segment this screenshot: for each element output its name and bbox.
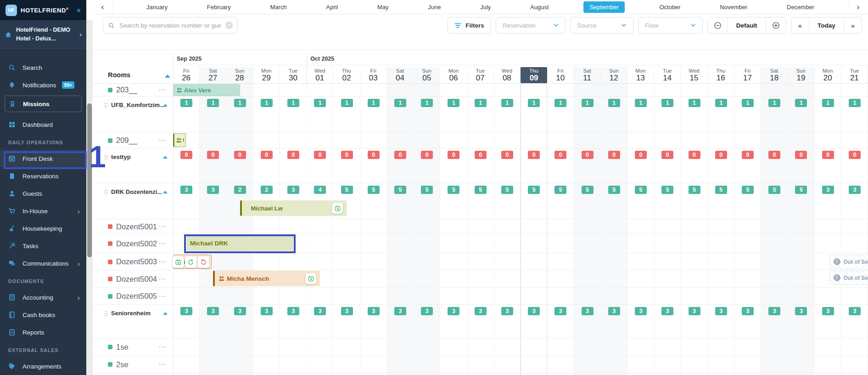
availability-badge[interactable]: 0 (261, 151, 273, 159)
availability-badge[interactable]: 3 (341, 307, 353, 315)
sidebar-item-dashboard[interactable]: Dashboard (0, 116, 86, 133)
availability-badge[interactable]: 3 (234, 307, 246, 315)
month-tab-january[interactable]: January (142, 2, 172, 12)
availability-badge[interactable]: 0 (635, 151, 647, 159)
day-header-fri-10[interactable]: Fri10 (547, 67, 574, 83)
availability-badge[interactable]: 1 (661, 99, 673, 107)
availability-badge[interactable]: 0 (475, 151, 487, 159)
availability-badge[interactable]: 0 (715, 151, 727, 159)
room-group-drk-dozentenzi[interactable]: DRK Dozentenzi... (93, 183, 173, 219)
availability-badge[interactable]: 3 (394, 307, 406, 315)
availability-badge[interactable]: 3 (261, 307, 273, 315)
availability-badge[interactable]: 1 (341, 99, 353, 107)
availability-badge[interactable]: 3 (822, 307, 834, 315)
availability-badge[interactable]: 3 (608, 307, 620, 315)
calendar-export-icon[interactable] (332, 203, 343, 214)
availability-badge[interactable]: 1 (501, 99, 513, 107)
search-clear-icon[interactable]: ✕ (225, 22, 233, 29)
availability-badge[interactable]: 1 (207, 99, 219, 107)
availability-badge[interactable]: 3 (849, 307, 861, 315)
day-header-fri-26[interactable]: Fri26 (173, 67, 200, 83)
sidebar-item-cash-books[interactable]: Cash books (0, 306, 86, 324)
sidebar-item-notifications[interactable]: Notifications99+ (0, 76, 86, 94)
reservation-bar-dozent5003-res[interactable]: ni (173, 255, 212, 269)
availability-badge[interactable]: 0 (795, 151, 807, 159)
month-tab-october[interactable]: October (655, 2, 685, 12)
room-row-203[interactable]: 203__··· (93, 83, 173, 97)
availability-badge[interactable]: 3 (715, 307, 727, 315)
availability-badge[interactable]: 3 (501, 307, 513, 315)
availability-badge[interactable]: 3 (795, 307, 807, 315)
zoom-out-button[interactable] (708, 17, 728, 33)
availability-badge[interactable]: 1 (849, 99, 861, 107)
availability-badge[interactable]: 5 (582, 186, 594, 194)
sidebar-item-reports[interactable]: Reports (0, 324, 86, 341)
day-header-mon-13[interactable]: Mon13 (627, 67, 654, 83)
room-row-1se[interactable]: 1se··· (93, 338, 173, 356)
availability-badge[interactable]: 3 (475, 307, 487, 315)
sidebar-item-communications[interactable]: Communications› (0, 255, 86, 272)
availability-badge[interactable]: 3 (207, 186, 219, 194)
history-icon[interactable] (197, 256, 209, 268)
filters-button[interactable]: Filters (448, 17, 491, 34)
availability-badge[interactable]: 0 (608, 151, 620, 159)
collapse-up-icon[interactable] (163, 312, 168, 315)
availability-badge[interactable]: 1 (421, 99, 433, 107)
availability-badge[interactable]: 0 (742, 151, 754, 159)
availability-badge[interactable]: 5 (368, 186, 380, 194)
day-header-fri-17[interactable]: Fri17 (734, 67, 761, 83)
availability-badge[interactable]: 1 (689, 99, 700, 107)
zoom-in-button[interactable] (766, 17, 786, 33)
availability-badge[interactable]: 3 (287, 186, 299, 194)
day-header-tue-14[interactable]: Tue14 (654, 67, 681, 83)
sidebar-item-missions[interactable]: Missions (5, 96, 82, 112)
availability-badge[interactable]: 5 (554, 186, 566, 194)
calendar-export-icon[interactable] (305, 273, 316, 284)
availability-badge[interactable]: 0 (849, 151, 861, 159)
room-more-icon[interactable]: ··· (159, 223, 167, 230)
availability-badge[interactable]: 1 (608, 99, 620, 107)
availability-badge[interactable]: 1 (528, 99, 540, 107)
source-dropdown[interactable]: Source (570, 17, 633, 34)
availability-badge[interactable]: 0 (180, 151, 192, 159)
availability-badge[interactable]: 1 (582, 99, 594, 107)
out-of-service-bar[interactable]: !Out of Se (829, 271, 868, 285)
sidebar-item-housekeeping[interactable]: Housekeeping (0, 220, 86, 237)
floor-dropdown[interactable]: Floor (638, 17, 703, 34)
availability-badge[interactable]: 1 (394, 99, 406, 107)
room-row-dozent5001[interactable]: Dozent5001··· (93, 219, 173, 234)
sidebar-item-search[interactable]: Search (0, 59, 86, 76)
reservation-bar-alex-vere[interactable]: Alex Vere (173, 84, 240, 96)
drag-handle-icon[interactable] (104, 311, 108, 316)
availability-badge[interactable]: 0 (528, 151, 540, 159)
availability-badge[interactable]: 1 (314, 99, 326, 107)
collapse-up-icon[interactable] (163, 156, 168, 159)
day-header-sun-05[interactable]: Sun05 (414, 67, 440, 83)
availability-badge[interactable]: 1 (554, 99, 566, 107)
availability-badge[interactable]: 1 (234, 99, 246, 107)
day-header-mon-29[interactable]: Mon29 (253, 67, 280, 83)
availability-badge[interactable]: 1 (635, 99, 647, 107)
availability-badge[interactable]: 5 (768, 186, 780, 194)
availability-badge[interactable]: 5 (341, 186, 353, 194)
sidebar-item-in-house[interactable]: In-House› (0, 202, 86, 220)
availability-badge[interactable]: 2 (261, 186, 273, 194)
month-tab-december[interactable]: December (782, 2, 819, 12)
sort-ascending-icon[interactable] (165, 74, 170, 78)
availability-badge[interactable]: 1 (715, 99, 727, 107)
availability-badge[interactable]: 3 (421, 307, 433, 315)
nav-next-button[interactable]: » (844, 17, 862, 33)
availability-badge[interactable]: 3 (822, 186, 834, 194)
room-row-2se[interactable]: 2se··· (93, 356, 173, 373)
day-header-sat-18[interactable]: Sat18 (761, 67, 788, 83)
day-header-sat-04[interactable]: Sat04 (387, 67, 414, 83)
availability-badge[interactable]: 5 (715, 186, 727, 194)
room-group-testtyp[interactable]: testtyp (93, 148, 173, 183)
day-header-mon-20[interactable]: Mon20 (815, 67, 841, 83)
availability-badge[interactable]: 0 (822, 151, 834, 159)
availability-badge[interactable]: 0 (689, 151, 700, 159)
reservation-bar-michael-drk[interactable]: Michael DRK (186, 235, 293, 251)
drag-handle-icon[interactable] (104, 189, 108, 195)
availability-badge[interactable]: 3 (742, 307, 754, 315)
room-row-dozent5002[interactable]: Dozent5002··· (93, 234, 173, 253)
